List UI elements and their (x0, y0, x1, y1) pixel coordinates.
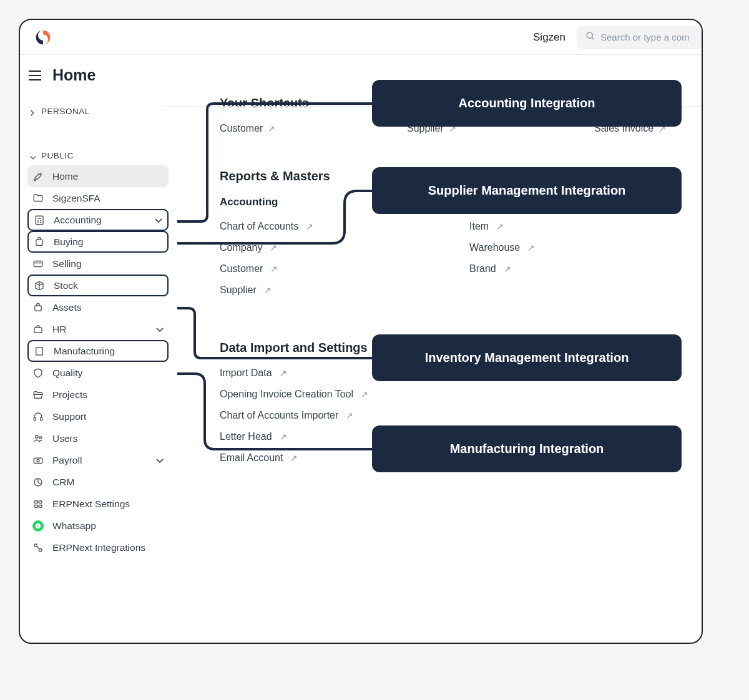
headset-icon (32, 411, 44, 422)
calculator-icon (34, 215, 45, 226)
menu-icon[interactable] (29, 70, 41, 80)
sidebar-item-accounting[interactable]: Accounting (27, 209, 169, 231)
svg-rect-13 (34, 261, 42, 266)
link-label: Email Account (220, 452, 283, 464)
search-icon (585, 31, 595, 43)
sidebar-item-label: Whatsapp (52, 520, 164, 532)
svg-point-27 (39, 436, 42, 439)
svg-point-8 (37, 220, 38, 221)
sidebar-item-erpnext-integrations[interactable]: ERPNext Integrations (27, 537, 169, 558)
svg-rect-12 (36, 240, 43, 245)
sidebar-item-payroll[interactable]: Payroll (27, 449, 169, 471)
sidebar-item-label: ERPNext Integrations (52, 542, 164, 553)
sidebar-item-label: Stock (54, 280, 162, 291)
sidebar-item-sigzensfa[interactable]: SigzenSFA (27, 187, 169, 209)
link-coa-importer[interactable]: Chart of Accounts Importer↗ (220, 410, 703, 421)
card-icon (32, 258, 44, 270)
integrations-icon (32, 542, 44, 553)
arrow-icon: ↗ (280, 432, 287, 442)
svg-point-10 (37, 222, 38, 223)
link-label: Supplier (220, 284, 257, 296)
sidebar-item-home[interactable]: Home (27, 165, 169, 187)
arrow-icon: ↗ (270, 264, 278, 274)
sidebar-item-label: HR (52, 324, 147, 335)
svg-point-29 (37, 459, 39, 462)
svg-rect-24 (34, 417, 36, 420)
link-brand[interactable]: Brand↗ (469, 263, 703, 275)
link-customer[interactable]: Customer↗ (220, 263, 469, 275)
svg-rect-31 (34, 500, 37, 503)
sidebar-item-hr[interactable]: HR (27, 318, 169, 340)
link-supplier[interactable]: Supplier↗ (220, 284, 469, 296)
link-warehouse[interactable]: Warehouse↗ (469, 242, 703, 253)
link-label: Brand (469, 263, 496, 275)
sidebar-item-support[interactable]: Support (27, 406, 169, 427)
link-item[interactable]: Item↗ (469, 221, 703, 232)
app-logo[interactable] (35, 29, 51, 46)
sidebar-item-assets[interactable]: Assets (27, 296, 169, 318)
arrow-icon: ↗ (290, 453, 298, 463)
link-company[interactable]: Company↗ (220, 242, 469, 253)
arrow-icon: ↗ (361, 389, 368, 399)
chevron-right-icon (30, 109, 36, 115)
sidebar-item-erpnext-settings[interactable]: ERPNext Settings (27, 493, 169, 515)
chevron-down-icon (155, 215, 162, 226)
svg-point-9 (41, 220, 41, 221)
svg-point-11 (41, 222, 41, 223)
building-icon (34, 346, 45, 357)
box-icon (34, 280, 45, 291)
svg-line-1 (592, 37, 594, 39)
app-window: Sigzen Search or type a com Home (19, 19, 703, 644)
sidebar: Home PERSONAL PUBLIC Home (20, 55, 176, 643)
svg-rect-6 (36, 216, 43, 225)
sidebar-item-label: Home (52, 171, 164, 182)
arrow-icon: ↗ (306, 221, 313, 231)
sidebar-item-label: Support (52, 411, 164, 422)
sidebar-item-label: Accounting (54, 215, 146, 226)
sidebar-item-label: Users (52, 433, 164, 444)
svg-rect-34 (39, 505, 42, 507)
chevron-down-icon (156, 455, 164, 466)
sidebar-item-label: CRM (52, 477, 164, 488)
chevron-down-icon (30, 153, 36, 159)
pie-icon (32, 477, 44, 488)
whatsapp-icon (32, 520, 44, 532)
sidebar-item-buying[interactable]: Buying (27, 231, 169, 253)
users-icon (32, 433, 44, 444)
sidebar-item-crm[interactable]: CRM (27, 471, 169, 493)
link-label: Item (469, 221, 489, 232)
arrow-icon: ↗ (268, 124, 275, 134)
callout-supplier: Supplier Management Integration (372, 167, 682, 214)
link-chart-of-accounts[interactable]: Chart of Accounts↗ (220, 221, 469, 232)
link-label: Opening Invoice Creation Tool (220, 389, 353, 400)
link-label: Letter Head (220, 431, 272, 442)
arrow-icon: ↗ (346, 411, 353, 420)
money-icon (32, 455, 44, 466)
tools-icon (32, 171, 44, 182)
sidebar-item-whatsapp[interactable]: Whatsapp (27, 515, 169, 537)
sidebar-section-public[interactable]: PUBLIC (27, 146, 169, 165)
sidebar-item-stock[interactable]: Stock (27, 275, 169, 296)
sidebar-section-personal[interactable]: PERSONAL (27, 102, 169, 121)
sidebar-item-label: Assets (52, 302, 164, 313)
sidebar-item-projects[interactable]: Projects (27, 384, 169, 406)
shortcut-label: Customer (220, 123, 263, 134)
svg-point-0 (587, 32, 592, 38)
briefcase-icon (32, 324, 44, 335)
sidebar-item-quality[interactable]: Quality (27, 362, 169, 384)
sidebar-item-label: Selling (52, 258, 164, 270)
sidebar-item-label: ERPNext Settings (52, 498, 164, 510)
company-name[interactable]: Sigzen (533, 31, 565, 44)
sidebar-item-manufacturing[interactable]: Manufacturing (27, 340, 169, 362)
sidebar-item-label: SigzenSFA (52, 193, 164, 204)
sidebar-section-label: PERSONAL (41, 107, 90, 116)
sidebar-item-users[interactable]: Users (27, 427, 169, 449)
sidebar-item-selling[interactable]: Selling (27, 253, 169, 275)
svg-point-5 (34, 178, 36, 180)
link-opening-invoice-tool[interactable]: Opening Invoice Creation Tool↗ (220, 389, 703, 400)
callout-inventory: Inventory Management Integration (372, 334, 682, 381)
svg-rect-25 (41, 417, 42, 420)
sidebar-section-label: PUBLIC (41, 151, 74, 160)
search-input[interactable]: Search or type a com (577, 26, 702, 49)
svg-rect-32 (39, 500, 42, 503)
